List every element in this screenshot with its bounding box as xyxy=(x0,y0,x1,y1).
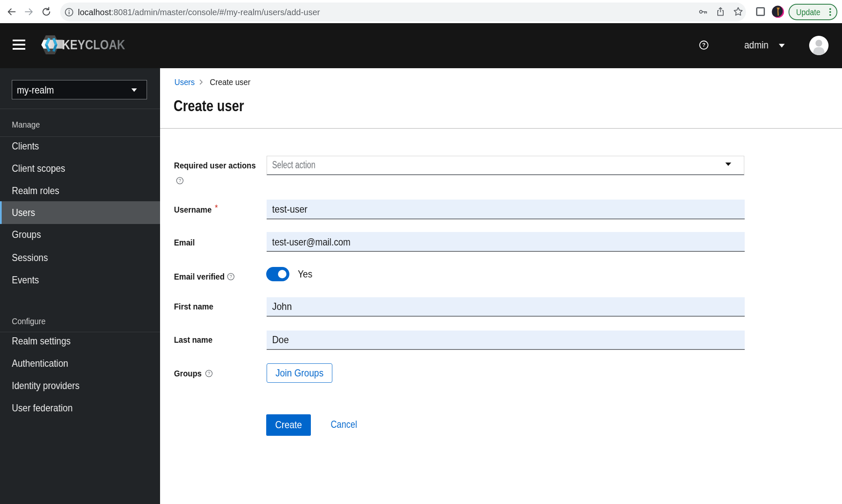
svg-text:KEYCLOAK: KEYCLOAK xyxy=(62,37,125,52)
svg-text:?: ? xyxy=(179,178,181,183)
svg-text:?: ? xyxy=(702,42,706,48)
svg-text:?: ? xyxy=(230,274,232,279)
svg-text:?: ? xyxy=(208,371,210,376)
